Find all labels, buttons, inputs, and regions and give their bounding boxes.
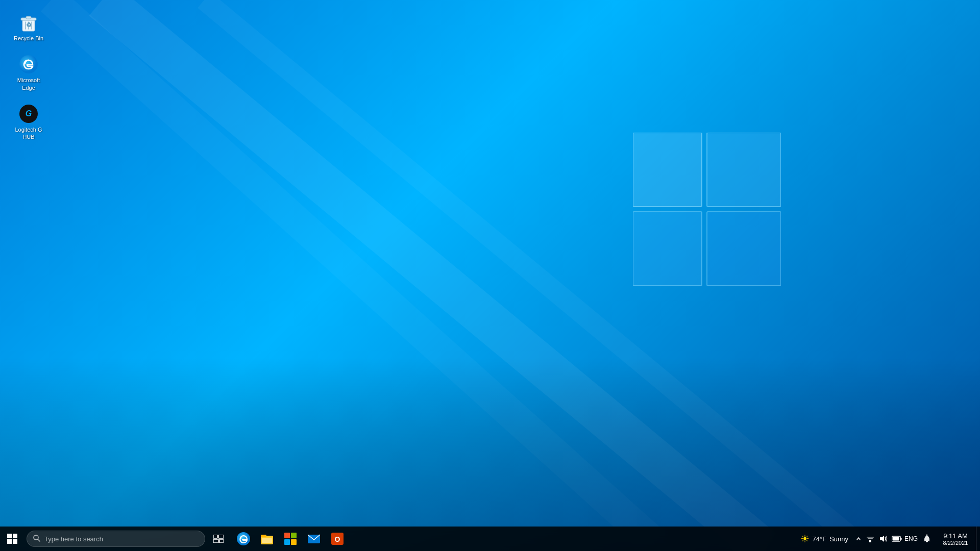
clock-date: 8/22/2021 <box>943 540 968 546</box>
taskbar: Type here to search <box>0 527 980 551</box>
edge-label: Microsoft Edge <box>12 77 45 91</box>
svg-rect-18 <box>7 534 12 538</box>
volume-icon[interactable] <box>877 527 890 551</box>
weather-temperature: 74°F <box>813 535 827 543</box>
clock-time: 9:11 AM <box>943 532 968 540</box>
svg-text:♻: ♻ <box>26 21 32 29</box>
logitech-image: G <box>18 104 39 124</box>
svg-rect-26 <box>213 539 218 543</box>
svg-rect-5 <box>707 133 781 207</box>
ime-icon[interactable]: ENG <box>903 527 919 551</box>
svg-rect-7 <box>707 212 781 286</box>
show-desktop-button[interactable] <box>976 527 980 551</box>
desktop: ♻ Recycle Bin <box>0 0 980 551</box>
svg-rect-10 <box>26 16 31 19</box>
pinned-store[interactable] <box>279 528 302 550</box>
edge-image <box>18 54 39 74</box>
pinned-mail[interactable] <box>303 528 325 550</box>
windows-wallpaper-logo <box>633 133 781 291</box>
start-button[interactable] <box>0 527 24 551</box>
svg-rect-45 <box>900 538 902 540</box>
svg-rect-33 <box>291 533 297 538</box>
clock[interactable]: 9:11 AM 8/22/2021 <box>935 527 976 551</box>
svg-rect-20 <box>7 539 12 544</box>
weather-widget[interactable]: ☀ 74°F Sunny <box>795 527 853 551</box>
svg-rect-4 <box>633 133 702 207</box>
logitech-label: Logitech G HUB <box>12 126 45 141</box>
recycle-bin-icon[interactable]: ♻ Recycle Bin <box>10 10 47 44</box>
svg-rect-35 <box>291 539 297 545</box>
network-icon[interactable] <box>864 527 877 551</box>
weather-icon: ☀ <box>800 533 810 545</box>
microsoft-edge-icon[interactable]: Microsoft Edge <box>10 52 47 93</box>
svg-rect-25 <box>218 535 224 538</box>
desktop-icons-container: ♻ Recycle Bin <box>5 5 52 147</box>
battery-icon[interactable] <box>890 527 903 551</box>
recycle-bin-label: Recycle Bin <box>14 35 43 42</box>
svg-rect-31 <box>262 538 272 543</box>
pinned-file-explorer[interactable] <box>256 528 278 550</box>
svg-rect-30 <box>261 535 266 537</box>
task-view-button[interactable] <box>208 527 229 551</box>
svg-rect-40 <box>868 538 873 539</box>
svg-rect-19 <box>13 534 17 538</box>
pinned-edge[interactable] <box>232 528 255 550</box>
svg-line-23 <box>38 539 40 541</box>
svg-rect-44 <box>893 537 899 541</box>
svg-rect-3 <box>0 357 980 551</box>
svg-rect-24 <box>213 535 217 538</box>
svg-text:O: O <box>335 535 340 543</box>
svg-rect-27 <box>219 539 224 543</box>
svg-text:G: G <box>26 109 32 118</box>
pinned-office[interactable]: O <box>326 528 349 550</box>
svg-line-2 <box>51 0 664 551</box>
svg-rect-6 <box>633 212 702 286</box>
notification-icon[interactable] <box>919 527 935 551</box>
search-icon <box>33 535 40 543</box>
svg-rect-32 <box>284 533 290 538</box>
svg-rect-39 <box>869 540 871 542</box>
pinned-apps: O <box>232 528 349 550</box>
recycle-bin-image: ♻ <box>18 12 39 33</box>
search-bar[interactable]: Type here to search <box>27 531 205 547</box>
system-tray: ☀ 74°F Sunny <box>795 527 980 551</box>
weather-description: Sunny <box>829 535 848 543</box>
svg-rect-21 <box>13 539 17 544</box>
svg-rect-41 <box>867 537 874 538</box>
logitech-ghub-icon[interactable]: G Logitech G HUB <box>10 102 47 143</box>
svg-marker-42 <box>880 536 884 542</box>
tray-expand-button[interactable] <box>853 527 864 551</box>
search-placeholder-text: Type here to search <box>44 535 103 543</box>
svg-rect-34 <box>284 539 290 545</box>
